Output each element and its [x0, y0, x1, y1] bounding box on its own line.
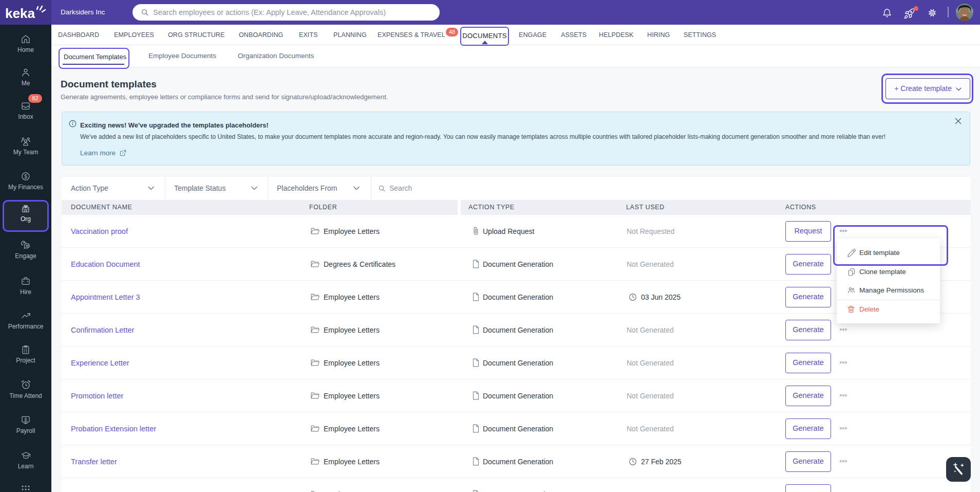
- svg-text:keka: keka: [5, 6, 35, 21]
- svg-text:$: $: [25, 417, 27, 422]
- svg-text:$: $: [24, 174, 27, 179]
